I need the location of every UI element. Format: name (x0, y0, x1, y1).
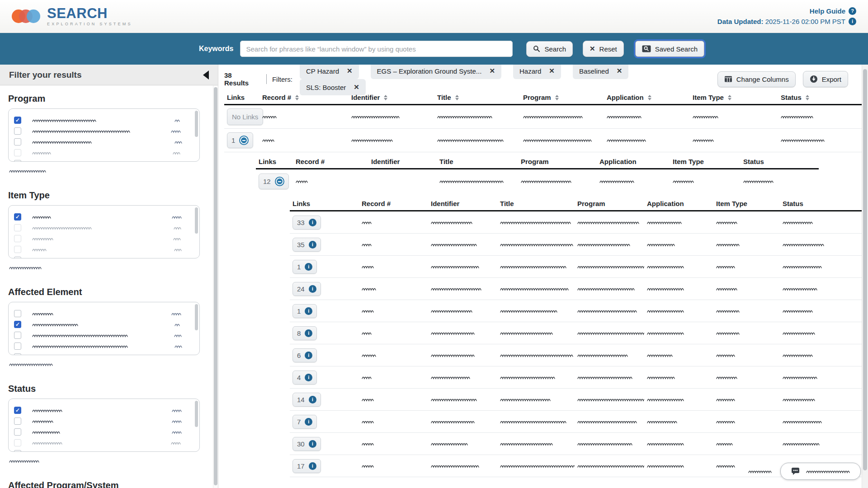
filter-checkbox[interactable] (14, 332, 21, 339)
filter-checkbox[interactable] (14, 418, 21, 425)
help-guide-link[interactable]: Help Guide (810, 6, 845, 16)
filter-checkbox[interactable] (14, 127, 21, 135)
info-circle-icon[interactable]: i (849, 18, 856, 25)
filter-checkbox[interactable] (14, 224, 21, 231)
column-header-item-type[interactable]: Item Type (690, 91, 778, 104)
show-more-link[interactable] (9, 167, 200, 175)
sort-icon[interactable] (555, 95, 559, 100)
export-button[interactable]: Export (803, 71, 848, 87)
options-scrollbar-thumb[interactable] (195, 401, 198, 427)
sort-icon[interactable] (648, 95, 651, 100)
sidebar-scrollbar-thumb[interactable] (214, 87, 217, 485)
redacted-text (500, 243, 575, 247)
sort-icon[interactable] (295, 95, 299, 100)
filter-checkbox[interactable]: ✓ (14, 213, 21, 221)
filter-checkbox[interactable]: ✓ (14, 407, 21, 414)
filter-checkbox[interactable] (14, 160, 21, 162)
collapse-sidebar-button[interactable] (203, 70, 209, 80)
links-info-button[interactable]: 24i (292, 282, 321, 296)
column-header-application[interactable]: Application (604, 91, 690, 104)
column-header-title[interactable]: Title (434, 91, 520, 104)
sort-icon[interactable] (728, 95, 731, 100)
redacted-text (716, 398, 737, 402)
table-cell (575, 398, 644, 402)
table-header-row: LinksRecord #IdentifierTitleProgramAppli… (256, 155, 819, 169)
redacted-text (431, 464, 481, 468)
table-cell (713, 331, 780, 335)
filter-checkbox[interactable] (14, 246, 21, 253)
links-info-button[interactable]: 30i (292, 437, 321, 451)
links-info-button[interactable]: 1i (292, 304, 317, 318)
filter-checkbox[interactable] (14, 138, 21, 145)
saved-search-button[interactable]: Saved Search (635, 41, 704, 57)
remove-filter-icon[interactable]: ✕ (354, 83, 359, 91)
filter-checkbox[interactable] (14, 257, 21, 258)
filter-checkbox[interactable] (14, 149, 21, 156)
feedback-button[interactable] (780, 463, 861, 480)
redacted-text (783, 265, 822, 269)
column-header-status[interactable]: Status (778, 91, 862, 104)
links-info-button[interactable]: 35i (292, 238, 321, 252)
collapse-links-button[interactable]: 12 (259, 174, 289, 189)
options-scrollbar-thumb[interactable] (195, 207, 198, 234)
filter-checkbox[interactable] (14, 235, 21, 242)
filter-chip[interactable]: EGS – Exploration Ground Syste...✕ (371, 65, 501, 79)
table-cell (644, 309, 713, 313)
sort-icon[interactable] (384, 95, 387, 100)
redacted-text (500, 265, 567, 269)
column-header-identifier[interactable]: Identifier (349, 91, 434, 104)
redacted-text (783, 243, 825, 247)
redacted-text (647, 442, 684, 446)
remove-filter-icon[interactable]: ✕ (549, 67, 555, 75)
sort-icon[interactable] (455, 95, 459, 100)
filter-chip[interactable]: Baselined✕ (573, 65, 628, 79)
redacted-text (806, 469, 850, 474)
options-scrollbar-thumb[interactable] (195, 111, 198, 137)
change-columns-button[interactable]: Change Columns (717, 71, 796, 87)
show-more-link[interactable] (9, 457, 200, 465)
x-icon: ✕ (590, 45, 595, 53)
filter-option-row (14, 147, 193, 158)
filter-chip[interactable]: CP Hazard✕ (300, 65, 359, 79)
show-more-link[interactable] (9, 263, 200, 272)
table-cell (780, 442, 862, 446)
question-circle-icon[interactable]: ? (849, 7, 856, 15)
filter-checkbox[interactable] (14, 343, 21, 350)
links-info-button[interactable]: 1i (292, 260, 317, 274)
sort-icon[interactable] (806, 95, 809, 100)
filter-checkbox[interactable] (14, 353, 21, 355)
remove-filter-icon[interactable]: ✕ (617, 67, 623, 75)
options-scrollbar-thumb[interactable] (195, 304, 198, 330)
links-info-button[interactable]: 33i (292, 216, 321, 230)
sidebar-scrollbar[interactable] (213, 85, 218, 488)
column-header-record-#[interactable]: Record # (259, 91, 349, 104)
links-info-button[interactable]: 17i (292, 459, 321, 473)
filter-checkbox[interactable]: ✓ (14, 117, 21, 124)
filter-checkbox[interactable] (14, 439, 21, 446)
remove-filter-icon[interactable]: ✕ (347, 67, 353, 75)
page-scrollbar[interactable] (862, 65, 868, 488)
filter-checkbox[interactable] (14, 428, 21, 436)
redacted-text (748, 469, 773, 474)
results-panel: 38 Results Filters: CP Hazard✕EGS – Expl… (218, 65, 868, 488)
redacted-text (32, 441, 62, 445)
remove-filter-icon[interactable]: ✕ (489, 67, 495, 75)
filter-chip[interactable]: Hazard✕ (513, 65, 561, 79)
links-info-button[interactable]: 7i (292, 415, 317, 429)
links-info-button[interactable]: 6i (292, 348, 317, 362)
redacted-text (577, 221, 640, 225)
filter-checkbox[interactable] (14, 450, 21, 452)
column-header-program[interactable]: Program (520, 91, 604, 104)
filter-checkbox[interactable] (14, 310, 21, 317)
page-scrollbar-thumb[interactable] (863, 69, 867, 470)
redacted-text (9, 169, 47, 173)
show-more-link[interactable] (9, 360, 200, 368)
links-info-button[interactable]: 8i (292, 326, 317, 340)
reset-button[interactable]: ✕ Reset (583, 41, 624, 57)
filter-checkbox[interactable]: ✓ (14, 321, 21, 328)
search-input[interactable] (240, 41, 513, 57)
collapse-links-button[interactable]: 1 (227, 132, 253, 148)
links-info-button[interactable]: 14i (292, 393, 321, 407)
links-info-button[interactable]: 4i (292, 371, 317, 385)
search-button[interactable]: Search (526, 41, 573, 57)
